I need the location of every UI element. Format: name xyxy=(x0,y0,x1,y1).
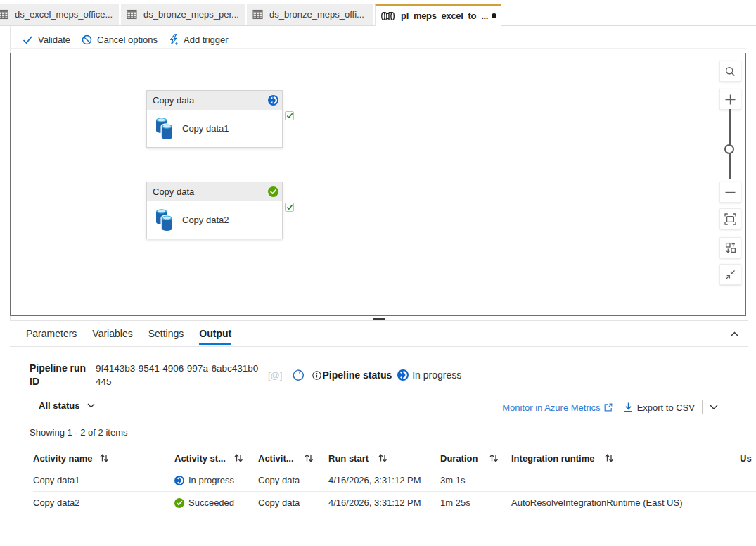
trigger-lightning-icon xyxy=(169,34,179,45)
column-header-activity-name[interactable]: Activity name xyxy=(33,447,174,469)
column-label: Duration xyxy=(440,453,478,464)
pipeline-canvas[interactable]: Copy data Copy data1 Copy data Copy data… xyxy=(10,53,746,316)
zoom-in-button[interactable] xyxy=(719,89,741,110)
status-filter-label: All status xyxy=(39,400,80,411)
info-icon[interactable] xyxy=(312,371,321,380)
tab-ds-excel-meps-office[interactable]: ds_excel_meps_office... xyxy=(0,4,119,25)
column-header-activity-status[interactable]: Activity st... xyxy=(174,447,258,469)
activity-node-body: Copy data2 xyxy=(147,201,282,239)
tab-label: Settings xyxy=(148,328,184,339)
column-label: Integration runtime xyxy=(511,453,594,464)
column-header-user-properties[interactable]: Us xyxy=(740,447,756,469)
panel-tab-bar: Parameters Variables Settings Output xyxy=(10,321,748,347)
tab-pl-meps-excel-to[interactable]: pl_meps_excel_to_... xyxy=(375,4,501,26)
validate-label: Validate xyxy=(38,34,70,45)
tab-label: Parameters xyxy=(26,328,77,339)
tab-settings[interactable]: Settings xyxy=(148,321,184,346)
column-header-integration-runtime[interactable]: Integration runtime xyxy=(511,447,740,469)
zoom-to-fit-button[interactable] xyxy=(719,208,741,229)
sort-icon[interactable] xyxy=(489,454,498,462)
cell-run-start: 4/16/2026, 3:31:12 PM xyxy=(328,469,440,491)
refresh-icon xyxy=(293,369,305,381)
tab-ds-bronze-meps-per[interactable]: ds_bronze_meps_per... xyxy=(121,4,245,25)
unsaved-changes-dot xyxy=(492,13,496,18)
zoom-slider-knob[interactable] xyxy=(724,144,734,154)
cancel-icon xyxy=(82,34,92,45)
column-header-activity-type[interactable]: Activit... xyxy=(258,447,328,469)
tab-label: ds_bronze_meps_per... xyxy=(143,9,239,20)
collapse-panel-button[interactable] xyxy=(727,327,741,341)
activity-type-label: Copy data xyxy=(153,95,268,106)
dataset-icon xyxy=(127,9,138,20)
success-output-port[interactable] xyxy=(285,203,294,212)
tab-variables[interactable]: Variables xyxy=(92,321,132,346)
activity-node-copy-data2[interactable]: Copy data Copy data2 xyxy=(146,182,283,239)
tab-output[interactable]: Output xyxy=(199,321,231,346)
chevron-up-icon xyxy=(730,331,739,337)
cell-activity-name[interactable]: Copy data2 xyxy=(33,492,174,514)
activity-type-label: Copy data xyxy=(153,186,268,197)
auto-align-button[interactable] xyxy=(719,237,741,258)
activity-name-label: Copy data1 xyxy=(182,123,229,134)
add-trigger-button[interactable]: Add trigger xyxy=(169,34,229,45)
pipeline-status-group: Pipeline status In progress xyxy=(312,369,461,381)
editor-tab-bar: ds_excel_meps_office... ds_bronze_meps_p… xyxy=(0,0,756,26)
tab-label: pl_meps_excel_to_... xyxy=(401,11,488,21)
copy-data-activity-icon xyxy=(155,118,173,139)
table-row[interactable]: Copy data1 In progress Copy data 4/16/20… xyxy=(33,469,756,492)
column-header-duration[interactable]: Duration xyxy=(440,447,511,469)
monitor-in-azure-metrics-link[interactable]: Monitor in Azure Metrics xyxy=(502,402,612,413)
toolbar-separator xyxy=(11,48,745,49)
tab-ds-bronze-meps-offi[interactable]: ds_bronze_meps_offi... xyxy=(247,4,373,25)
succeeded-status-icon xyxy=(174,498,184,508)
monitor-link-label: Monitor in Azure Metrics xyxy=(502,402,600,413)
column-label: Us xyxy=(740,453,752,464)
pipeline-status-label: Pipeline status xyxy=(322,369,392,381)
export-to-csv-label: Export to CSV xyxy=(637,402,695,413)
search-icon xyxy=(725,66,736,77)
sort-icon[interactable] xyxy=(605,454,613,462)
export-to-csv-button[interactable]: Export to CSV xyxy=(624,402,695,413)
external-link-icon xyxy=(604,403,613,412)
status-filter-dropdown[interactable]: All status xyxy=(39,400,95,411)
cell-run-start: 4/16/2026, 3:31:12 PM xyxy=(328,492,440,514)
showing-items-text: Showing 1 - 2 of 2 items xyxy=(30,427,127,438)
cancel-options-button[interactable]: Cancel options xyxy=(82,34,158,45)
copy-run-id-icon[interactable]: [@] xyxy=(268,370,282,381)
table-row[interactable]: Copy data2 Succeeded Copy data 4/16/2026… xyxy=(33,492,756,514)
success-output-port[interactable] xyxy=(285,111,294,120)
add-trigger-label: Add trigger xyxy=(184,34,229,45)
sort-icon[interactable] xyxy=(234,454,243,462)
tab-parameters[interactable]: Parameters xyxy=(26,321,77,346)
status-text: Succeeded xyxy=(188,497,234,508)
sort-icon[interactable] xyxy=(378,454,387,462)
tab-label: ds_bronze_meps_offi... xyxy=(269,9,364,20)
pipeline-editor: ds_excel_meps_office... ds_bronze_meps_p… xyxy=(0,0,756,546)
pipeline-icon xyxy=(381,11,395,21)
collapse-controls-button[interactable] xyxy=(719,264,741,285)
divider xyxy=(702,400,703,414)
sort-icon[interactable] xyxy=(305,454,313,462)
canvas-search-button[interactable] xyxy=(719,61,741,82)
validate-button[interactable]: Validate xyxy=(23,34,70,45)
cell-activity-name[interactable]: Copy data1 xyxy=(33,469,174,491)
activity-node-copy-data1[interactable]: Copy data Copy data1 xyxy=(146,90,283,148)
export-menu-button[interactable] xyxy=(710,405,718,410)
auto-align-icon xyxy=(725,242,736,253)
cell-duration: 3m 1s xyxy=(440,469,511,491)
minus-icon xyxy=(725,191,736,193)
refresh-button[interactable] xyxy=(293,369,305,381)
chevron-down-icon xyxy=(710,405,718,410)
port-check-icon xyxy=(286,113,293,119)
pipeline-run-id-value: 9f4143b3-9541-4906-997a-6abc431b0445 xyxy=(96,362,262,388)
column-header-run-start[interactable]: Run start xyxy=(328,447,440,469)
in-progress-status-icon xyxy=(268,95,278,106)
zoom-out-button[interactable] xyxy=(719,182,741,203)
sort-icon[interactable] xyxy=(100,454,108,462)
cell-integration-runtime: AutoResolveIntegrationRuntime (East US) xyxy=(511,492,740,514)
column-label: Run start xyxy=(328,453,369,464)
cell-activity-status: Succeeded xyxy=(174,492,258,514)
download-icon xyxy=(624,402,633,412)
cell-user-properties xyxy=(740,492,756,514)
column-label: Activity name xyxy=(33,453,93,464)
